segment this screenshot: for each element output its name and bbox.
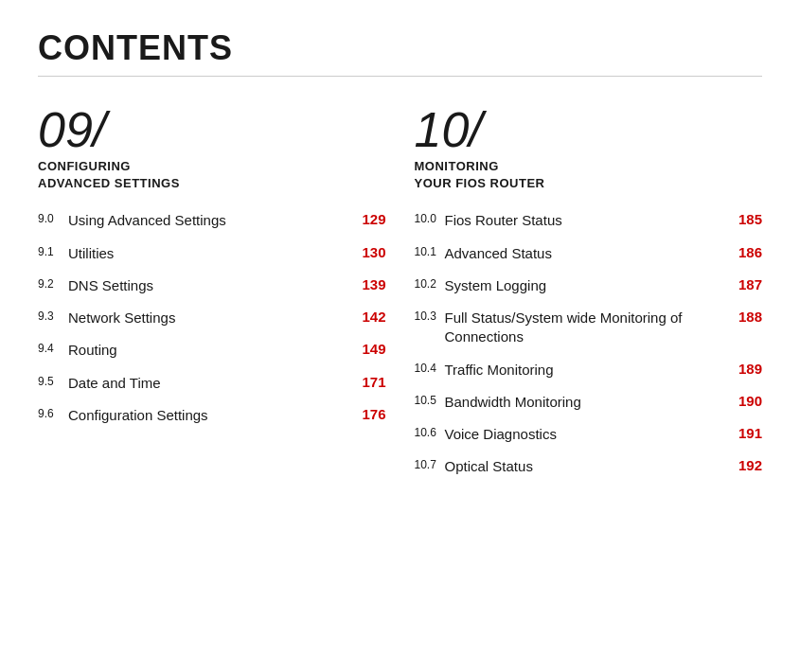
columns-container: 09/ CONFIGURING ADVANCED SETTINGS 9.0 Us… [38,105,762,490]
toc-label-10-1: Advanced Status [445,244,725,263]
header-divider [38,76,762,77]
toc-item-10-6: 10.6 Voice Diagnostics 191 [415,425,763,444]
toc-num-10-4: 10.4 [415,361,445,375]
toc-item-10-7: 10.7 Optical Status 192 [415,457,763,476]
toc-label-10-0: Fios Router Status [445,211,725,230]
toc-label-9-3: Network Settings [68,309,348,327]
toc-num-9-4: 9.4 [38,341,68,355]
toc-label-10-6: Voice Diagnostics [445,425,725,444]
toc-item-10-0: 10.0 Fios Router Status 185 [415,211,763,230]
toc-label-10-3: Full Status/System wide Monitoring of Co… [445,309,725,347]
chapter-10-number: 10/ [415,105,763,154]
chapter-09-number: 09/ [38,105,386,154]
toc-page-9-5: 171 [348,374,386,390]
toc-page-10-3: 188 [724,309,762,325]
toc-page-10-4: 189 [724,361,762,377]
toc-page-9-3: 142 [348,309,386,325]
toc-item-9-2: 9.2 DNS Settings 139 [38,276,386,295]
toc-num-10-7: 10.7 [415,457,445,471]
toc-num-9-0: 9.0 [38,211,68,225]
toc-page-10-0: 185 [724,211,762,227]
toc-item-9-4: 9.4 Routing 149 [38,341,386,360]
toc-num-10-0: 10.0 [415,211,445,225]
toc-num-9-1: 9.1 [38,244,68,258]
chapter-10-column: 10/ MONITORING YOUR FIOS ROUTER 10.0 Fio… [415,105,763,490]
toc-item-10-5: 10.5 Bandwidth Monitoring 190 [415,393,763,412]
toc-label-9-0: Using Advanced Settings [68,211,348,230]
toc-item-9-5: 9.5 Date and Time 171 [38,374,386,393]
toc-num-9-2: 9.2 [38,276,68,291]
toc-num-10-3: 10.3 [415,309,445,323]
chapter-09-column: 09/ CONFIGURING ADVANCED SETTINGS 9.0 Us… [38,105,415,490]
toc-num-10-1: 10.1 [415,244,445,258]
toc-label-9-6: Configuration Settings [68,406,348,425]
toc-item-9-6: 9.6 Configuration Settings 176 [38,406,386,425]
toc-item-10-2: 10.2 System Logging 187 [415,276,763,295]
toc-label-10-4: Traffic Monitoring [445,361,725,380]
toc-page-9-6: 176 [348,406,386,422]
toc-label-10-7: Optical Status [445,457,725,476]
toc-item-10-1: 10.1 Advanced Status 186 [415,244,763,263]
toc-label-9-2: DNS Settings [68,276,348,295]
toc-item-9-3: 9.3 Network Settings 142 [38,309,386,327]
toc-page-9-0: 129 [348,211,386,227]
toc-page-10-5: 190 [724,393,762,409]
toc-item-10-4: 10.4 Traffic Monitoring 189 [415,361,763,380]
toc-item-9-0: 9.0 Using Advanced Settings 129 [38,211,386,230]
toc-num-10-5: 10.5 [415,393,445,407]
toc-num-9-3: 9.3 [38,309,68,323]
toc-label-9-5: Date and Time [68,374,348,393]
toc-label-10-5: Bandwidth Monitoring [445,393,725,412]
toc-num-9-6: 9.6 [38,406,68,420]
toc-page-10-1: 186 [724,244,762,260]
toc-item-9-1: 9.1 Utilities 130 [38,244,386,263]
toc-page-10-6: 191 [724,425,762,441]
page-title: CONTENTS [38,28,762,68]
toc-page-10-2: 187 [724,276,762,292]
toc-page-9-4: 149 [348,341,386,357]
toc-num-10-6: 10.6 [415,425,445,439]
toc-label-10-2: System Logging [445,276,725,295]
toc-label-9-4: Routing [68,341,348,360]
chapter-09-title: CONFIGURING ADVANCED SETTINGS [38,158,386,192]
toc-page-10-7: 192 [724,457,762,473]
toc-num-10-2: 10.2 [415,276,445,291]
toc-page-9-1: 130 [348,244,386,260]
chapter-10-title: MONITORING YOUR FIOS ROUTER [415,158,763,192]
toc-page-9-2: 139 [348,276,386,292]
page-container: CONTENTS 09/ CONFIGURING ADVANCED SETTIN… [0,0,800,519]
toc-num-9-5: 9.5 [38,374,68,388]
toc-label-9-1: Utilities [68,244,348,263]
toc-item-10-3: 10.3 Full Status/System wide Monitoring … [415,309,763,347]
